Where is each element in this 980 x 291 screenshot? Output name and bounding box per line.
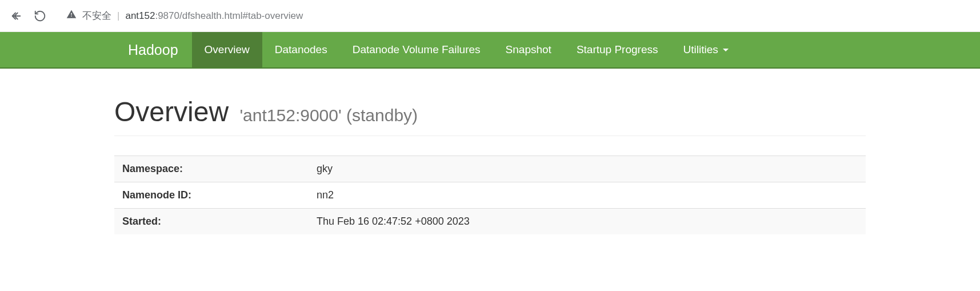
caret-down-icon <box>723 49 729 51</box>
nav-datanode-volume-failures[interactable]: Datanode Volume Failures <box>340 32 493 67</box>
url-path: :9870/dfshealth.html#tab-overview <box>155 10 303 21</box>
row-label: Namenode ID: <box>114 182 309 209</box>
row-label: Namespace: <box>114 156 309 182</box>
brand[interactable]: Hadoop <box>114 32 192 67</box>
main-content: Overview 'ant152:9000' (standby) Namespa… <box>0 69 980 234</box>
row-value: nn2 <box>309 182 866 209</box>
row-value: Thu Feb 16 02:47:52 +0800 2023 <box>309 209 866 235</box>
table-row: Namenode ID: nn2 <box>114 182 866 209</box>
nav-overview[interactable]: Overview <box>192 32 262 67</box>
reload-button[interactable] <box>32 8 48 24</box>
browser-toolbar: 不安全 | ant152:9870/dfshealth.html#tab-ove… <box>0 0 980 32</box>
page-title: Overview 'ant152:9000' (standby) <box>114 96 866 127</box>
address-separator: | <box>117 10 119 22</box>
nav-utilities-label: Utilities <box>683 43 718 56</box>
title-divider <box>114 135 866 136</box>
nav-startup-progress[interactable]: Startup Progress <box>564 32 671 67</box>
row-label: Started: <box>114 209 309 235</box>
back-button[interactable] <box>8 8 24 24</box>
url-host: ant152 <box>125 10 155 21</box>
page-title-sub: 'ant152:9000' (standby) <box>239 106 418 125</box>
insecure-label: 不安全 <box>82 9 111 22</box>
warning-icon <box>66 9 77 22</box>
overview-table: Namespace: gky Namenode ID: nn2 Started:… <box>114 156 866 234</box>
page-title-main: Overview <box>114 97 229 127</box>
table-row: Namespace: gky <box>114 156 866 182</box>
main-nav: Hadoop Overview Datanodes Datanode Volum… <box>0 32 980 69</box>
nav-utilities-dropdown[interactable]: Utilities <box>670 32 741 67</box>
address-bar[interactable]: 不安全 | ant152:9870/dfshealth.html#tab-ove… <box>56 6 972 26</box>
table-row: Started: Thu Feb 16 02:47:52 +0800 2023 <box>114 209 866 235</box>
nav-snapshot[interactable]: Snapshot <box>493 32 564 67</box>
nav-datanodes[interactable]: Datanodes <box>262 32 340 67</box>
url-text: ant152:9870/dfshealth.html#tab-overview <box>125 10 303 22</box>
row-value: gky <box>309 156 866 182</box>
